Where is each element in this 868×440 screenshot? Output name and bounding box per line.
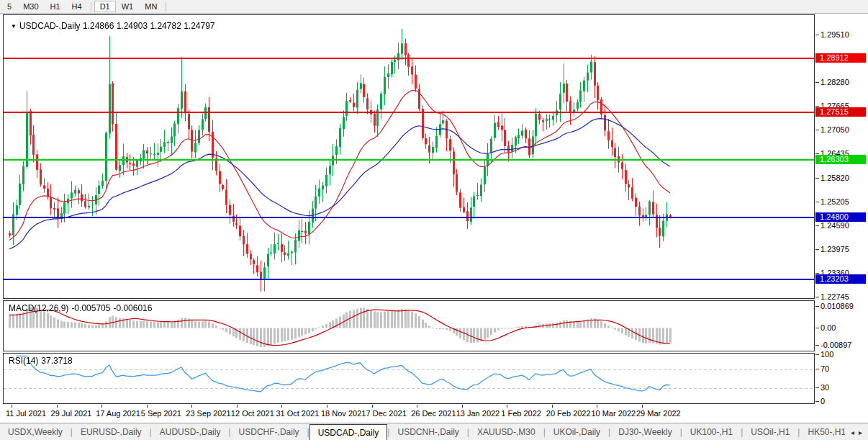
macd-signal-value: -0.006016 — [113, 303, 152, 313]
timeframe-button-w1[interactable]: W1 — [116, 1, 140, 12]
ohlc-open: 1.24866 — [83, 21, 114, 31]
chart-tab-bar: USDX,Weekly|EURUSD-,Daily|AUDUSD-,Daily|… — [0, 423, 868, 440]
date-axis-tick — [57, 405, 58, 408]
price-line-badge: 1.26303 — [815, 155, 866, 164]
scroll-tabs-right-button[interactable]: ▸ — [859, 428, 862, 436]
macd-label: MACD(12,26,9)-0.005705-0.006016 — [9, 303, 155, 313]
price-axis-label: 1.25820 — [820, 174, 849, 182]
chart-tab-usoil-h1[interactable]: USOil-,H1 — [743, 423, 797, 440]
timeframe-button-5[interactable]: 5 — [1, 1, 17, 12]
date-axis-label: 7 Dec 2021 — [366, 409, 407, 418]
price-line-badge: 1.24800 — [815, 212, 866, 222]
price-line-badge: 1.28912 — [815, 53, 866, 63]
toolbar-separator — [91, 2, 91, 12]
date-axis-label: 17 Aug 2021 — [96, 409, 140, 418]
date-axis-label: 11 Jul 2021 — [6, 409, 46, 418]
ohlc-high: 1.24903 — [117, 21, 148, 31]
rsi-label: RSI(14)37.3718 — [9, 356, 76, 366]
time-axis[interactable]: 11 Jul 202129 Jul 202117 Aug 20215 Sep 2… — [3, 405, 815, 422]
chart-title: ▼USDCAD-,Daily 1.24866 1.24903 1.24782 1… — [11, 21, 215, 31]
chart-symbol: USDCAD-,Daily — [19, 21, 81, 31]
date-axis-label: 1 Feb 2022 — [501, 409, 541, 418]
price-axis-label: 1.22745 — [820, 292, 849, 301]
date-axis-tick — [101, 405, 102, 408]
rsi-axis-label: 100 — [820, 350, 833, 359]
macd-name: MACD(12,26,9) — [9, 303, 68, 313]
chart-tab-audusd-daily[interactable]: AUDUSD-,Daily — [152, 423, 229, 440]
timeframe-buttons: 5M30H1H4D1W1MN — [0, 1, 169, 12]
chart-tab-usdcad-daily[interactable]: USDCAD-,Daily — [309, 424, 388, 440]
chart-tab-dj30-weekly[interactable]: DJ30-,Weekly — [610, 423, 679, 440]
ohlc-close: 1.24797 — [184, 21, 214, 31]
date-axis-label: 20 Feb 2022 — [546, 409, 591, 418]
price-line-badge: 1.27515 — [815, 107, 866, 117]
date-axis-label: 13 Jan 2022 — [456, 409, 500, 418]
price-axis-label: 1.27050 — [820, 125, 849, 134]
price-axis-label: 1.29510 — [820, 30, 849, 39]
date-axis-tick — [147, 405, 148, 408]
rsi-axis-label: 70 — [820, 364, 829, 373]
price-axis-label: 1.25205 — [820, 197, 849, 206]
macd-axis-label: 0.010869 — [820, 302, 854, 310]
date-axis-label: 29 Jul 2021 — [51, 409, 92, 418]
date-axis-tick — [417, 405, 417, 408]
date-axis-label: 12 Oct 2021 — [231, 409, 274, 418]
price-chart-pane: ▼USDCAD-,Daily 1.24866 1.24903 1.24782 1… — [3, 14, 815, 299]
price-axis[interactable]: 1.295101.288951.282801.276651.270501.264… — [815, 14, 868, 405]
date-axis-tick — [281, 405, 282, 408]
price-axis-label: 1.24590 — [820, 221, 849, 230]
timeframe-button-d1[interactable]: D1 — [94, 1, 116, 12]
chart-tab-xauusd-m30[interactable]: XAUUSD-,M30 — [469, 423, 543, 440]
rsi-canvas[interactable] — [4, 354, 814, 403]
rsi-name: RSI(14) — [9, 356, 38, 366]
chart-tab-usdchf-daily[interactable]: USDCHF-,Daily — [231, 423, 307, 440]
price-axis-label: 1.23975 — [820, 245, 849, 253]
date-axis-tick — [372, 405, 373, 408]
chart-tab-uk100-h1[interactable]: UK100-,H1 — [682, 423, 741, 440]
timeframe-button-m30[interactable]: M30 — [17, 1, 44, 12]
timeframe-button-h1[interactable]: H1 — [45, 1, 66, 12]
rsi-pane: RSI(14)37.3718 — [3, 353, 815, 404]
date-axis-tick — [552, 405, 553, 408]
date-axis-tick — [642, 405, 643, 408]
date-axis-label: 5 Sep 2021 — [141, 409, 181, 418]
date-axis-tick — [507, 405, 507, 408]
rsi-value: 37.3718 — [41, 356, 72, 366]
date-axis-label: 26 Dec 2021 — [411, 409, 456, 418]
macd-main-value: -0.005705 — [71, 303, 110, 313]
date-axis-tick — [237, 405, 238, 408]
collapse-triangle-icon[interactable]: ▼ — [11, 23, 17, 30]
tab-scroll-arrows: ◂ ▸ — [845, 423, 868, 440]
ohlc-low: 1.24782 — [150, 21, 181, 31]
date-axis-label: 29 Mar 2022 — [636, 409, 681, 418]
date-axis-label: 23 Sep 2021 — [186, 409, 230, 418]
chart-tab-usdcnh-daily[interactable]: USDCNH-,Daily — [389, 423, 466, 440]
price-line-badge: 1.23203 — [815, 274, 866, 284]
timeframe-button-mn[interactable]: MN — [139, 1, 163, 12]
date-axis-tick — [327, 405, 327, 408]
date-axis-tick — [462, 405, 463, 408]
toolbar-separator — [166, 2, 166, 12]
date-axis-tick — [597, 405, 597, 408]
rsi-axis-label: 30 — [820, 383, 829, 392]
scroll-tabs-left-button[interactable]: ◂ — [851, 428, 854, 436]
macd-axis-label: 0.00 — [820, 323, 836, 332]
price-chart-canvas[interactable] — [4, 15, 814, 298]
chart-tab-ukoil-daily[interactable]: UKOil-,Daily — [546, 423, 608, 440]
chart-tabs: USDX,Weekly|EURUSD-,Daily|AUDUSD-,Daily|… — [0, 423, 845, 440]
rsi-axis-label: 0 — [820, 397, 825, 405]
macd-pane: MACD(12,26,9)-0.005705-0.006016 — [3, 300, 815, 351]
timeframe-toolbar: 5M30H1H4D1W1MN — [0, 0, 868, 14]
date-axis-tick — [12, 405, 12, 408]
date-axis-label: 18 Nov 2021 — [321, 409, 366, 418]
macd-axis-label: -0.00897 — [820, 341, 851, 349]
chart-tab-eurusd-daily[interactable]: EURUSD-,Daily — [73, 423, 150, 440]
chart-tab-hk50-h1[interactable]: HK50-,H1 — [800, 423, 844, 440]
timeframe-button-h4[interactable]: H4 — [66, 1, 88, 12]
price-axis-label: 1.28280 — [820, 78, 849, 86]
chart-tab-usdx-weekly[interactable]: USDX,Weekly — [0, 423, 71, 440]
date-axis-label: 10 Mar 2022 — [591, 409, 636, 418]
date-axis-label: 31 Oct 2021 — [276, 409, 319, 418]
mt4-window: 5M30H1H4D1W1MN ▼USDCAD-,Daily 1.24866 1.… — [0, 0, 868, 440]
date-axis-tick — [191, 405, 192, 408]
